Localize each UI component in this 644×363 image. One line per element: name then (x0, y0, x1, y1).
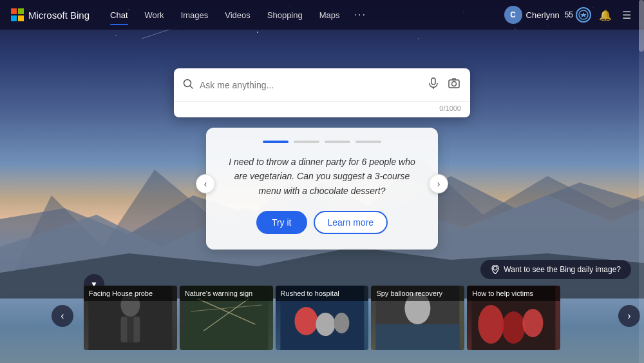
svg-rect-21 (18, 15, 24, 21)
reward-icon (576, 7, 591, 23)
svg-point-41 (334, 313, 349, 333)
svg-point-28 (452, 82, 457, 86)
nav-right-area: C Cherlynn 55 🔔 ☰ (504, 6, 634, 24)
microphone-icon[interactable] (426, 76, 440, 93)
search-input-row (174, 68, 470, 101)
search-footer: 0/1000 (174, 101, 470, 117)
svg-point-47 (502, 311, 526, 344)
svg-point-39 (294, 307, 317, 335)
progress-dot-3 (325, 141, 350, 143)
user-name: Cherlynn (526, 10, 560, 20)
news-card-5[interactable]: How to help victims (467, 286, 560, 350)
suggestion-card: I need to throw a dinner party for 6 peo… (206, 128, 438, 250)
logo-text: Microsoft Bing (28, 10, 90, 21)
reward-score: 55 (565, 10, 573, 19)
svg-rect-18 (11, 8, 17, 14)
news-card-5-title: How to help victims (467, 286, 560, 301)
svg-rect-19 (18, 8, 24, 14)
user-avatar: C (504, 6, 522, 24)
nav-images[interactable]: Images (173, 6, 216, 24)
logo-area[interactable]: Microsoft Bing (10, 8, 90, 22)
microsoft-logo-icon (10, 8, 24, 22)
card-next-button[interactable]: › (429, 174, 448, 193)
nav-more-button[interactable]: ··· (349, 5, 372, 25)
nav-work[interactable]: Work (137, 6, 172, 24)
svg-point-29 (493, 266, 497, 270)
nav-videos[interactable]: Videos (217, 6, 258, 24)
svg-point-40 (316, 313, 335, 336)
learn-more-button[interactable]: Learn more (314, 211, 388, 234)
svg-rect-33 (127, 317, 133, 342)
svg-line-24 (190, 86, 193, 88)
location-pin-icon (491, 265, 500, 274)
news-card-1[interactable]: Facing House probe (84, 286, 177, 350)
news-card-2[interactable]: Nature's warning sign (180, 286, 273, 350)
try-it-button[interactable]: Try it (256, 211, 307, 234)
svg-rect-25 (431, 78, 435, 84)
search-icon (183, 79, 193, 92)
svg-point-48 (523, 309, 544, 337)
news-card-3-title: Rushed to hospital (276, 286, 369, 301)
notifications-bell-icon[interactable]: 🔔 (596, 6, 614, 24)
scrollbar-thumb[interactable] (639, 0, 644, 52)
scrollbar[interactable] (639, 0, 644, 363)
progress-dot-1 (263, 141, 289, 143)
news-card-1-title: Facing House probe (84, 286, 177, 301)
nav-shopping[interactable]: Shopping (260, 6, 310, 24)
progress-dot-4 (355, 141, 381, 143)
search-input[interactable] (200, 80, 420, 90)
svg-rect-20 (11, 15, 17, 21)
news-card-3[interactable]: Rushed to hospital (276, 286, 369, 350)
suggestion-text: I need to throw a dinner party for 6 peo… (225, 155, 419, 198)
character-count: 0/1000 (439, 104, 461, 112)
nav-links: Chat Work Images Videos Shopping Maps ··… (102, 5, 504, 25)
news-next-button[interactable]: › (618, 305, 640, 327)
reward-badge[interactable]: 55 (565, 7, 591, 23)
daily-image-label: Want to see the Bing daily image? (504, 265, 621, 274)
user-area[interactable]: C Cherlynn (504, 6, 560, 24)
news-strip: Facing House probe Nature's warning sign (0, 286, 644, 350)
news-card-4[interactable]: Spy balloon recovery (371, 286, 464, 350)
navbar: Microsoft Bing Chat Work Images Videos S… (0, 0, 644, 30)
svg-point-46 (478, 305, 504, 344)
nav-maps[interactable]: Maps (312, 6, 348, 24)
camera-icon[interactable] (447, 76, 461, 93)
card-previous-button[interactable]: ‹ (196, 174, 215, 193)
svg-rect-43 (376, 324, 460, 350)
nav-chat[interactable]: Chat (102, 6, 135, 24)
news-previous-button[interactable]: ‹ (52, 305, 73, 327)
suggestion-card-wrapper: ‹ I need to throw a dinner party for 6 p… (206, 117, 438, 250)
search-container: 0/1000 (174, 68, 470, 117)
bottom-area: ▼ Want to see the Bing daily image? Faci… (0, 286, 644, 363)
suggestion-buttons: Try it Learn more (256, 211, 388, 234)
daily-image-button[interactable]: Want to see the Bing daily image? (480, 260, 631, 279)
progress-indicator (263, 141, 381, 143)
news-card-2-title: Nature's warning sign (180, 286, 273, 301)
hamburger-menu-icon[interactable]: ☰ (620, 6, 634, 24)
progress-dot-2 (294, 141, 319, 143)
news-card-4-title: Spy balloon recovery (371, 286, 464, 301)
